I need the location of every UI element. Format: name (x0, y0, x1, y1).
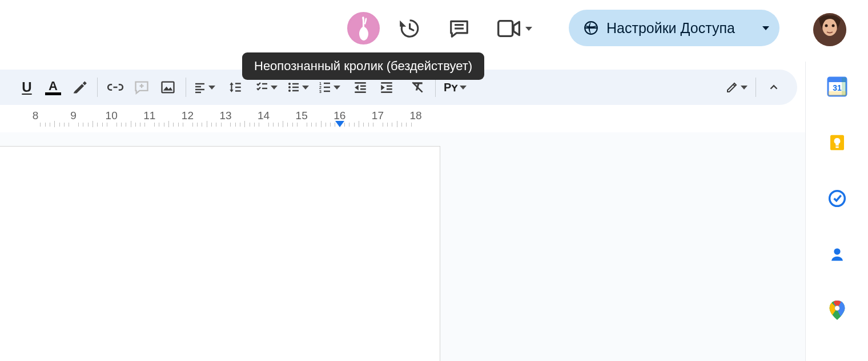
history-icon (398, 18, 420, 39)
ruler-tick (144, 123, 145, 127)
anonymous-user-tooltip: Неопознанный кролик (бездействует) (242, 52, 484, 80)
chevron-down-icon (741, 86, 748, 90)
align-button[interactable] (191, 74, 218, 100)
svg-point-23 (288, 90, 291, 92)
collapse-toolbar-button[interactable] (761, 74, 787, 100)
ruler-tick (83, 123, 83, 127)
highlight-button[interactable] (66, 74, 93, 100)
ruler-tick (154, 123, 155, 127)
svg-point-50 (834, 248, 840, 254)
contacts-app-button[interactable] (827, 244, 847, 265)
ruler-tick (330, 123, 331, 127)
ruler-number: 12 (182, 109, 194, 122)
svg-text:1: 1 (319, 82, 322, 86)
ruler-tick (273, 123, 274, 127)
header-bar: Настройки Доступа Неопознанный кролик (б… (0, 0, 868, 62)
tasks-icon (828, 189, 846, 208)
ruler-tick (321, 121, 322, 127)
numbered-list-icon: 1 2 3 (318, 80, 332, 94)
ruler-tick (107, 123, 107, 127)
svg-point-8 (832, 25, 835, 27)
align-left-icon (193, 80, 207, 94)
svg-text:2: 2 (319, 86, 322, 90)
insert-link-button[interactable] (102, 74, 128, 100)
ruler-tick (268, 123, 269, 127)
calendar-icon: 31 (827, 76, 847, 97)
ruler-right-indent-marker[interactable] (335, 121, 344, 127)
anonymous-collaborator-avatar[interactable] (347, 12, 380, 44)
toolbar-separator (186, 78, 186, 97)
text-color-icon: A (45, 80, 61, 95)
ruler-tick (135, 123, 136, 127)
side-panel: 31 (805, 62, 868, 361)
meet-call-button[interactable] (497, 14, 532, 43)
ruler-tick (178, 123, 179, 127)
globe-icon (584, 21, 598, 35)
chevron-down-icon (271, 86, 278, 90)
insert-image-button[interactable] (155, 74, 181, 100)
ruler-tick (368, 123, 369, 127)
line-spacing-icon (228, 80, 243, 95)
keep-app-button[interactable] (827, 132, 847, 153)
insert-comment-button[interactable] (128, 74, 155, 100)
video-camera-icon (497, 20, 520, 37)
ruler-tick (406, 123, 407, 127)
svg-text:3: 3 (319, 90, 322, 94)
ruler-tick (168, 121, 169, 127)
ruler-tick (259, 123, 259, 127)
share-button-label: Настройки Доступа (606, 20, 735, 36)
ruler-tick (183, 123, 183, 127)
bulleted-list-icon (287, 80, 300, 94)
ruler-tick (287, 123, 288, 127)
ruler-tick (221, 123, 222, 127)
tasks-app-button[interactable] (827, 188, 847, 209)
ruler-tick (297, 123, 298, 127)
share-button[interactable]: Настройки Доступа (569, 10, 779, 46)
ruler-tick (59, 123, 60, 127)
svg-rect-48 (835, 147, 838, 148)
account-avatar[interactable] (813, 13, 846, 46)
highlighter-icon (71, 79, 87, 95)
underline-button[interactable]: U (14, 74, 40, 100)
editing-mode-button[interactable] (722, 74, 751, 100)
input-tools-icon: Pʏ (444, 80, 458, 94)
ruler-tick (102, 123, 103, 127)
ruler-number: 16 (333, 109, 345, 122)
ruler-tick (411, 123, 412, 127)
ruler-tick (97, 123, 98, 127)
ruler-number: 11 (143, 109, 155, 122)
version-history-button[interactable] (394, 14, 424, 43)
horizontal-ruler[interactable]: 89101112131415161718 (0, 109, 805, 129)
calendar-app-button[interactable]: 31 (827, 76, 847, 97)
add-comment-icon (134, 79, 150, 95)
ruler-tick (401, 123, 402, 127)
ruler-number: 18 (409, 109, 421, 122)
ruler-number: 15 (296, 109, 308, 122)
share-button-divider (750, 10, 750, 46)
image-icon (160, 79, 176, 95)
rabbit-icon (356, 17, 372, 40)
ruler-tick (397, 121, 397, 127)
ruler-tick (202, 123, 202, 127)
ruler-tick (197, 123, 198, 127)
ruler-number: 10 (106, 109, 118, 122)
ruler-number: 8 (33, 109, 39, 122)
avatar-image (813, 13, 846, 46)
svg-rect-2 (499, 21, 513, 36)
maps-app-button[interactable] (827, 300, 847, 321)
ruler-tick (344, 123, 345, 127)
ruler-tick (164, 123, 164, 127)
ruler-tick (383, 123, 383, 127)
svg-point-7 (825, 25, 828, 27)
svg-point-22 (288, 86, 291, 88)
person-icon (829, 246, 846, 263)
text-color-button[interactable]: A (40, 74, 66, 100)
ruler-number: 13 (219, 109, 231, 122)
ruler-tick (392, 123, 392, 127)
comments-button[interactable] (444, 14, 474, 43)
share-options-dropdown[interactable] (761, 26, 779, 30)
ruler-tick (211, 123, 212, 127)
ruler-tick (240, 123, 240, 127)
document-page[interactable] (0, 146, 440, 361)
ruler-tick (50, 123, 50, 127)
